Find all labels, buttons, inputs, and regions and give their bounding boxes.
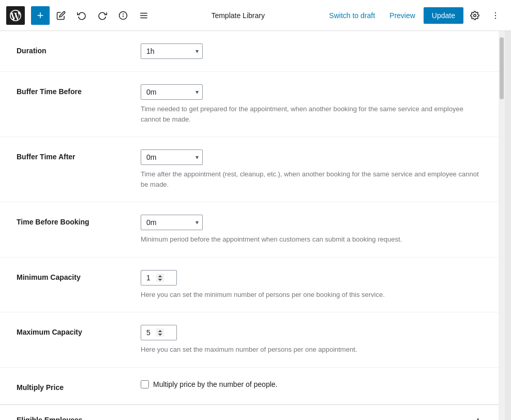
edit-icon bbox=[56, 11, 66, 20]
main-content: Duration 0m 15m 30m 45m 1h 1.5h 2h ▾ bbox=[0, 31, 499, 420]
svg-point-7 bbox=[495, 12, 496, 13]
preview-button[interactable]: Preview bbox=[383, 8, 422, 23]
info-icon bbox=[118, 11, 128, 20]
wp-logo bbox=[6, 6, 25, 25]
svg-point-6 bbox=[474, 14, 476, 17]
undo-button[interactable] bbox=[72, 6, 91, 25]
menu-icon bbox=[139, 11, 148, 20]
more-options-button[interactable] bbox=[486, 6, 505, 25]
multiply-price-checkbox-label: Multiply price by the number of people. bbox=[153, 380, 277, 388]
buffer-after-select[interactable]: 0m 5m 10m 15m 30m 45m 1h bbox=[141, 149, 203, 165]
svg-point-8 bbox=[495, 14, 496, 16]
minimum-capacity-description: Here you can set the minimum number of p… bbox=[141, 290, 482, 300]
toolbar: + Template Library Switch bbox=[0, 0, 511, 31]
info-button[interactable] bbox=[114, 6, 132, 25]
eligible-employees-title: Eligible Employees bbox=[17, 416, 83, 421]
time-before-booking-description: Minimum period before the appointment wh… bbox=[141, 234, 482, 245]
buffer-time-after-control: 0m 5m 10m 15m 30m 45m 1h ▾ Time after th… bbox=[141, 149, 482, 189]
multiply-price-label: Multiply Price bbox=[17, 380, 141, 392]
time-before-booking-select-wrapper[interactable]: 0m 5m 10m 15m 30m 1h 2h 24h ▾ bbox=[141, 215, 203, 230]
toolbar-title: Template Library bbox=[155, 11, 321, 20]
maximum-capacity-label: Maximum Capacity bbox=[17, 325, 141, 336]
minimum-capacity-input[interactable] bbox=[141, 270, 177, 286]
svg-point-9 bbox=[495, 18, 496, 19]
maximum-capacity-input[interactable] bbox=[141, 325, 177, 340]
buffer-time-after-row: Buffer Time After 0m 5m 10m 15m 30m 45m … bbox=[0, 137, 499, 202]
eligible-employees-section[interactable]: Eligible Employees ▲ bbox=[0, 404, 499, 421]
add-button[interactable]: + bbox=[31, 6, 50, 25]
maximum-capacity-control: Here you can set the maximum number of p… bbox=[141, 325, 482, 355]
maximum-capacity-input-wrapper[interactable] bbox=[141, 325, 177, 340]
gear-icon bbox=[470, 11, 479, 20]
ellipsis-icon bbox=[491, 11, 500, 20]
buffer-time-before-description: Time needed to get prepared for the appo… bbox=[141, 104, 482, 124]
menu-button[interactable] bbox=[134, 6, 153, 25]
buffer-before-select-wrapper[interactable]: 0m 5m 10m 15m 30m 45m 1h ▾ bbox=[141, 84, 203, 100]
minimum-capacity-row: Minimum Capacity Here you can set the mi… bbox=[0, 258, 499, 313]
time-before-booking-select[interactable]: 0m 5m 10m 15m 30m 1h 2h 24h bbox=[141, 215, 203, 230]
time-before-booking-control: 0m 5m 10m 15m 30m 1h 2h 24h ▾ Minimum pe… bbox=[141, 215, 482, 245]
page-wrapper: Duration 0m 15m 30m 45m 1h 1.5h 2h ▾ bbox=[0, 31, 511, 420]
duration-label: Duration bbox=[17, 43, 141, 55]
minimum-capacity-label: Minimum Capacity bbox=[17, 270, 141, 281]
minimum-capacity-input-wrapper[interactable] bbox=[141, 270, 177, 286]
buffer-time-after-label: Buffer Time After bbox=[17, 149, 141, 161]
maximum-capacity-row: Maximum Capacity Here you can set the ma… bbox=[0, 312, 499, 368]
undo-icon bbox=[77, 11, 86, 20]
duration-control: 0m 15m 30m 45m 1h 1.5h 2h ▾ bbox=[141, 43, 482, 59]
buffer-time-before-label: Buffer Time Before bbox=[17, 84, 141, 96]
maximum-capacity-description: Here you can set the maximum number of p… bbox=[141, 344, 482, 355]
multiply-price-checkbox[interactable] bbox=[141, 380, 149, 388]
redo-button[interactable] bbox=[93, 6, 112, 25]
buffer-after-select-wrapper[interactable]: 0m 5m 10m 15m 30m 45m 1h ▾ bbox=[141, 149, 203, 165]
multiply-price-checkbox-row: Multiply price by the number of people. bbox=[141, 380, 482, 388]
eligible-employees-chevron: ▲ bbox=[474, 415, 482, 421]
duration-select[interactable]: 0m 15m 30m 45m 1h 1.5h 2h bbox=[141, 43, 203, 59]
buffer-before-select[interactable]: 0m 5m 10m 15m 30m 45m 1h bbox=[141, 84, 203, 100]
scrollbar-track[interactable] bbox=[499, 31, 505, 420]
multiply-price-control: Multiply price by the number of people. bbox=[141, 380, 482, 388]
minimum-capacity-control: Here you can set the minimum number of p… bbox=[141, 270, 482, 300]
edit-button[interactable] bbox=[52, 6, 70, 25]
settings-button[interactable] bbox=[465, 6, 484, 25]
time-before-booking-row: Time Before Booking 0m 5m 10m 15m 30m 1h… bbox=[0, 202, 499, 258]
duration-select-wrapper[interactable]: 0m 15m 30m 45m 1h 1.5h 2h ▾ bbox=[141, 43, 203, 59]
switch-to-draft-button[interactable]: Switch to draft bbox=[323, 8, 381, 23]
multiply-price-row: Multiply Price Multiply price by the num… bbox=[0, 368, 499, 404]
duration-row: Duration 0m 15m 30m 45m 1h 1.5h 2h ▾ bbox=[0, 31, 499, 72]
toolbar-actions: Switch to draft Preview Update bbox=[323, 6, 505, 25]
time-before-booking-label: Time Before Booking bbox=[17, 215, 141, 226]
buffer-time-after-description: Time after the appointment (rest, cleanu… bbox=[141, 169, 482, 189]
buffer-time-before-row: Buffer Time Before 0m 5m 10m 15m 30m 45m… bbox=[0, 72, 499, 137]
redo-icon bbox=[98, 11, 107, 20]
scrollbar-thumb[interactable] bbox=[500, 37, 504, 99]
buffer-time-before-control: 0m 5m 10m 15m 30m 45m 1h ▾ Time needed t… bbox=[141, 84, 482, 124]
resize-handle[interactable] bbox=[505, 31, 511, 420]
update-button[interactable]: Update bbox=[424, 7, 463, 24]
wp-logo-icon bbox=[10, 10, 21, 21]
